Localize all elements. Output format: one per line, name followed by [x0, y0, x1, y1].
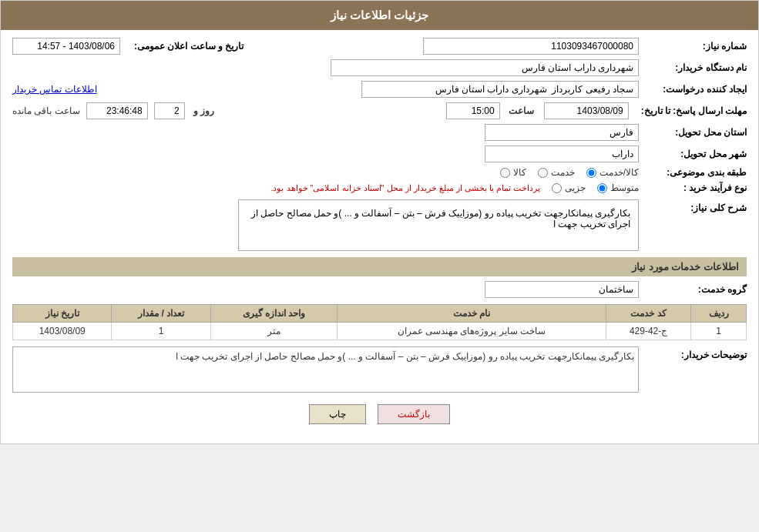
col-code: کد خدمت — [606, 305, 691, 323]
nam-dastgah-label: نام دستگاه خریدار: — [646, 62, 747, 73]
cell-tarikh: 1403/08/09 — [13, 323, 112, 340]
tabaqe-kala-radio[interactable] — [500, 168, 510, 178]
cell-tedad: 1 — [112, 323, 210, 340]
tabaqe-kala-khedmat-label: کالا/خدمت — [599, 167, 639, 178]
mohlat-timer-input[interactable] — [86, 102, 148, 119]
tabaqe-kala-khedmat-item[interactable]: کالا/خدمت — [586, 167, 639, 178]
tarikh-elam-input[interactable] — [12, 38, 120, 55]
ettelaat-tamas-link[interactable]: اطلاعات تماس خریدار — [12, 84, 97, 95]
faravanad-jazee-item[interactable]: جزیی — [552, 182, 586, 193]
col-tarikh: تاریخ نیاز — [13, 305, 112, 323]
shahr-input[interactable] — [485, 146, 639, 162]
cell-vahed: متر — [210, 323, 337, 340]
shomare-niaz-label: شماره نیاز: — [646, 41, 747, 52]
mohlat-rooz-label: روز و — [193, 105, 214, 116]
tarikh-elam-label: تاریخ و ساعت اعلان عمومی: — [128, 41, 243, 52]
toseeh-text: بکارگیری پیمانکارجهت تخریب پیاده رو (موز… — [17, 351, 634, 362]
tabaqe-label: طبقه بندی موضوعی: — [646, 167, 747, 178]
faravanad-warning: پرداخت تمام یا بخشی از مبلغ خریدار از مح… — [270, 183, 544, 193]
sharh-label: شرح کلی نیاز: — [646, 199, 747, 213]
toseeh-label: توضیحات خریدار: — [646, 346, 747, 360]
page-header: جزئیات اطلاعات نیاز — [1, 1, 758, 30]
nam-dastgah-input[interactable] — [331, 59, 639, 76]
cell-name: ساخت سایر پروژه‌های مهندسی عمران — [338, 323, 606, 340]
col-radif: ردیف — [691, 305, 747, 323]
services-table-section: ردیف کد خدمت نام خدمت واحد اندازه گیری ت… — [12, 304, 747, 340]
print-button[interactable]: چاپ — [309, 404, 366, 424]
faravanad-motavaset-label: متوسط — [610, 182, 639, 193]
faravanad-label: نوع فرآیند خرید : — [646, 182, 747, 193]
ostan-label: استان محل تحویل: — [646, 127, 747, 138]
cell-radif: 1 — [691, 323, 747, 340]
khadamat-section-title: اطلاعات خدمات مورد نیاز — [12, 257, 747, 276]
ijad-input[interactable] — [361, 81, 639, 98]
col-name: نام خدمت — [338, 305, 606, 323]
shomare-niaz-input[interactable] — [423, 38, 639, 55]
table-row: 1 ج-42-429 ساخت سایر پروژه‌های مهندسی عم… — [13, 323, 747, 340]
mohlat-date-input[interactable] — [544, 102, 629, 119]
sharh-textarea[interactable] — [243, 204, 634, 244]
col-vahed: واحد اندازه گیری — [210, 305, 337, 323]
ostan-input[interactable] — [485, 124, 639, 141]
ijad-label: ایجاد کننده درخواست: — [646, 84, 747, 95]
tabaqe-khedmat-label: خدمت — [551, 167, 575, 178]
goroh-input[interactable] — [485, 281, 639, 298]
tabaqe-khedmat-item[interactable]: خدمت — [538, 167, 575, 178]
faravanad-motavaset-item[interactable]: متوسط — [597, 182, 639, 193]
col-tedad: تعداد / مقدار — [112, 305, 210, 323]
faravanad-jazee-label: جزیی — [565, 182, 586, 193]
mohlat-rooz-input[interactable] — [154, 102, 185, 119]
faravanad-motavaset-radio[interactable] — [597, 183, 607, 193]
page-title: جزئیات اطلاعات نیاز — [331, 8, 428, 22]
tabaqe-khedmat-radio[interactable] — [538, 168, 548, 178]
mohlat-label: مهلت ارسال پاسخ: تا تاریخ: — [635, 105, 747, 116]
mohlat-saat-label: ساعت — [509, 105, 534, 116]
sharh-textarea-wrapper — [238, 199, 639, 251]
faravanad-jazee-radio[interactable] — [552, 183, 562, 193]
mohlat-remaining-label: ساعت باقی مانده — [12, 105, 80, 116]
back-button[interactable]: بازگشت — [378, 404, 450, 424]
shahr-label: شهر محل تحویل: — [646, 149, 747, 159]
goroh-label: گروه خدمت: — [646, 284, 747, 295]
tabaqe-kala-label: کالا — [513, 167, 526, 178]
button-row: بازگشت چاپ — [12, 404, 747, 424]
cell-code: ج-42-429 — [606, 323, 691, 340]
services-table: ردیف کد خدمت نام خدمت واحد اندازه گیری ت… — [12, 304, 747, 340]
faravanad-radio-group: جزیی متوسط — [552, 182, 639, 193]
mohlat-saat-input[interactable] — [446, 102, 500, 119]
tabaqe-kala-item[interactable]: کالا — [500, 167, 526, 178]
tabaqe-radio-group: کالا خدمت کالا/خدمت — [500, 167, 639, 178]
toseeh-wrapper: بکارگیری پیمانکارجهت تخریب پیاده رو (موز… — [12, 346, 639, 393]
tabaqe-kala-khedmat-radio[interactable] — [586, 168, 596, 178]
